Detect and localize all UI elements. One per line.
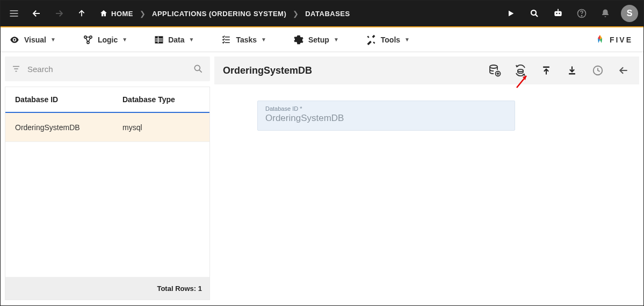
filter-icon[interactable] bbox=[11, 64, 21, 74]
chevron-down-icon: ▼ bbox=[334, 37, 339, 42]
forward-icon bbox=[51, 5, 67, 22]
main: Database ID Database Type OrderingSystem… bbox=[1, 52, 643, 304]
menu-tools[interactable]: Tools ▼ bbox=[361, 32, 414, 47]
grid-footer: Total Rows: 1 bbox=[5, 277, 209, 300]
chevron-right-icon: ❯ bbox=[140, 10, 146, 18]
svg-rect-41 bbox=[543, 67, 549, 68]
avatar[interactable]: S bbox=[621, 5, 638, 22]
breadcrumb-label: DATABASES bbox=[305, 10, 350, 18]
brand-logo: FIVE bbox=[594, 33, 639, 46]
new-database-icon[interactable] bbox=[488, 63, 502, 77]
svg-line-8 bbox=[536, 15, 538, 17]
history-icon[interactable] bbox=[591, 63, 605, 77]
svg-line-35 bbox=[199, 70, 202, 73]
column-database-id[interactable]: Database ID bbox=[5, 95, 113, 104]
menu-label: Setup bbox=[308, 35, 329, 44]
chevron-right-icon: ❯ bbox=[293, 10, 299, 18]
menu-tasks[interactable]: Tasks ▼ bbox=[216, 33, 271, 47]
bot-icon[interactable] bbox=[550, 5, 566, 22]
svg-point-13 bbox=[558, 9, 559, 10]
menu-data[interactable]: Data ▼ bbox=[150, 33, 198, 47]
menu-label: Tools bbox=[381, 35, 400, 44]
left-pane: Database ID Database Type OrderingSystem… bbox=[1, 52, 214, 304]
column-database-type[interactable]: Database Type bbox=[113, 95, 185, 104]
grid-body: OrderingSystemDB mysql bbox=[5, 113, 209, 277]
svg-point-36 bbox=[490, 65, 497, 68]
menu-label: Tasks bbox=[236, 35, 257, 44]
menu-logic[interactable]: Logic ▼ bbox=[78, 32, 132, 47]
help-icon[interactable] bbox=[574, 5, 590, 22]
hamburger-icon[interactable] bbox=[6, 5, 22, 22]
menu-visual[interactable]: Visual ▼ bbox=[5, 32, 60, 47]
svg-point-7 bbox=[531, 10, 536, 15]
bell-icon[interactable] bbox=[597, 5, 613, 22]
chevron-down-icon: ▼ bbox=[404, 37, 410, 42]
chevron-down-icon: ▼ bbox=[122, 37, 127, 42]
svg-point-40 bbox=[518, 69, 523, 72]
right-pane: OrderingSystemDB bbox=[214, 52, 643, 304]
chevron-down-icon: ▼ bbox=[50, 37, 56, 42]
database-grid: Database ID Database Type OrderingSystem… bbox=[5, 87, 210, 300]
search-input[interactable] bbox=[27, 65, 186, 74]
svg-point-16 bbox=[13, 39, 15, 40]
svg-point-15 bbox=[581, 16, 582, 16]
back-detail-icon[interactable] bbox=[617, 63, 631, 77]
menu-setup[interactable]: Setup ▼ bbox=[289, 32, 343, 47]
breadcrumb-home[interactable]: HOME bbox=[99, 9, 133, 18]
breadcrumb-applications[interactable]: APPLICATIONS (ORDERING SYSTEM) bbox=[152, 10, 286, 18]
breadcrumb-label: HOME bbox=[111, 10, 133, 18]
cell-database-type: mysql bbox=[113, 123, 152, 132]
search-icon[interactable] bbox=[193, 63, 204, 74]
menu-label: Logic bbox=[98, 35, 118, 44]
detail-title: OrderingSystemDB bbox=[223, 65, 312, 76]
table-row[interactable]: OrderingSystemDB mysql bbox=[5, 113, 209, 142]
avatar-initial: S bbox=[627, 9, 633, 18]
svg-point-34 bbox=[194, 65, 200, 70]
footer-label: Total Rows: bbox=[157, 284, 196, 293]
grid-header: Database ID Database Type bbox=[5, 87, 209, 113]
menu-label: Visual bbox=[24, 35, 46, 44]
field-value: OrderingSystemDB bbox=[265, 113, 507, 124]
chevron-down-icon: ▼ bbox=[189, 37, 194, 42]
svg-rect-20 bbox=[155, 37, 163, 43]
upload-icon[interactable] bbox=[539, 63, 553, 77]
detail-body: Database ID * OrderingSystemDB bbox=[214, 84, 639, 147]
play-icon[interactable] bbox=[503, 5, 519, 22]
database-id-field[interactable]: Database ID * OrderingSystemDB bbox=[257, 101, 515, 131]
menubar: Visual ▼ Logic ▼ Data ▼ Tasks ▼ Setup ▼ … bbox=[1, 27, 643, 52]
svg-point-10 bbox=[556, 13, 558, 15]
brand-text: FIVE bbox=[610, 35, 633, 44]
topbar: HOME ❯ APPLICATIONS (ORDERING SYSTEM) ❯ … bbox=[1, 1, 643, 27]
up-icon[interactable] bbox=[74, 5, 90, 22]
field-label: Database ID * bbox=[265, 105, 507, 112]
footer-count: 1 bbox=[198, 284, 202, 293]
breadcrumb-databases[interactable]: DATABASES bbox=[305, 10, 350, 18]
search-global-icon[interactable] bbox=[526, 5, 542, 22]
breadcrumb-label: APPLICATIONS (ORDERING SYSTEM) bbox=[152, 10, 286, 18]
svg-rect-9 bbox=[554, 11, 561, 16]
download-icon[interactable] bbox=[565, 63, 579, 77]
sync-database-icon[interactable] bbox=[513, 63, 527, 77]
back-icon[interactable] bbox=[28, 5, 45, 22]
menu-label: Data bbox=[168, 35, 184, 44]
search-bar bbox=[5, 56, 210, 81]
detail-header: OrderingSystemDB bbox=[214, 56, 639, 84]
chevron-down-icon: ▼ bbox=[261, 37, 266, 42]
cell-database-id: OrderingSystemDB bbox=[5, 123, 113, 132]
svg-rect-42 bbox=[569, 73, 575, 75]
svg-point-11 bbox=[559, 13, 560, 15]
breadcrumb: HOME ❯ APPLICATIONS (ORDERING SYSTEM) ❯ … bbox=[99, 9, 350, 18]
svg-marker-6 bbox=[509, 11, 513, 17]
